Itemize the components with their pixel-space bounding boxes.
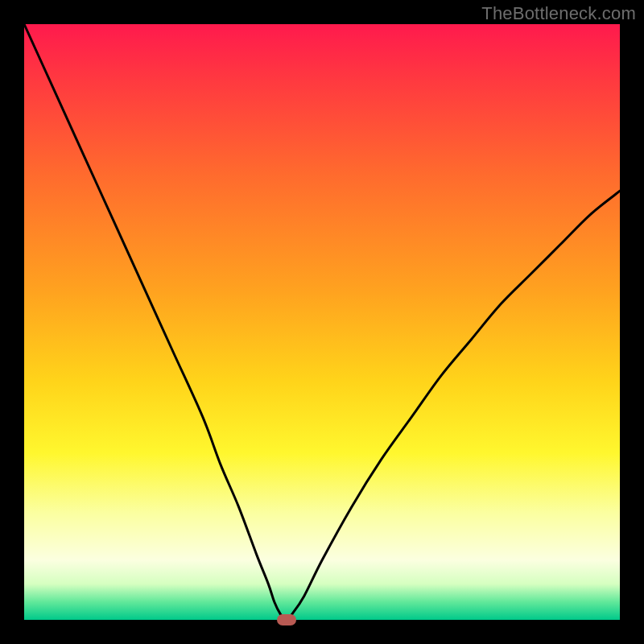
- watermark-label: TheBottleneck.com: [481, 3, 636, 24]
- bottleneck-curve: [24, 24, 620, 620]
- plot-area: [24, 24, 620, 620]
- chart-frame: TheBottleneck.com: [0, 0, 644, 644]
- optimum-marker: [277, 614, 296, 625]
